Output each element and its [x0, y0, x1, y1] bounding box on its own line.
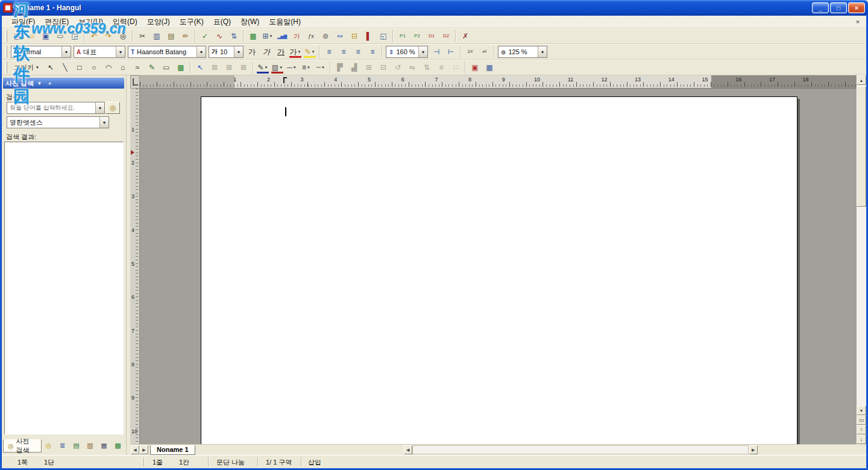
search-results-list[interactable] [4, 142, 124, 434]
minimize-button[interactable]: _ [812, 2, 829, 13]
next-page-button[interactable]: ↓ [857, 434, 866, 444]
paste-icon[interactable]: ▤ [165, 30, 178, 43]
insert-table-icon[interactable]: ⊞▼ [261, 30, 274, 43]
picture-tool-icon[interactable]: ▩ [174, 61, 187, 74]
panel-splitter[interactable] [127, 75, 130, 455]
line-width-icon[interactable]: ≡▼ [300, 61, 313, 74]
select-tool-icon[interactable]: ↖ [44, 61, 57, 74]
dash-style-icon[interactable]: ┄▼ [314, 61, 327, 74]
toolbar-grip[interactable] [5, 61, 7, 74]
object-select-icon[interactable]: ↖ [193, 61, 207, 74]
menu-help[interactable]: 도움말(H) [264, 16, 306, 28]
tab-scroll-next-button[interactable]: ▶ [140, 445, 148, 454]
maximize-button[interactable]: □ [830, 2, 847, 13]
char-overlap-icon[interactable]: ⊚ [319, 30, 332, 43]
text-box-tool-icon[interactable]: ▭ [160, 61, 173, 74]
document-canvas[interactable] [140, 89, 857, 444]
print-preview-icon[interactable]: ◲ [68, 30, 81, 43]
save-icon[interactable]: ▣ [39, 30, 52, 43]
curve-tool-icon[interactable]: ≈ [131, 61, 144, 74]
char-style-combo[interactable]: A 대표 ▼ [74, 46, 125, 58]
paragraph-style-combo[interactable]: ≡ Normal ▼ [11, 46, 71, 58]
quick-correct-icon[interactable]: ∿ [213, 30, 226, 43]
bookmark-icon[interactable]: ▌ [362, 30, 376, 43]
align-center-icon[interactable]: ≡ [351, 45, 365, 58]
insert-equation-icon[interactable]: ƒx [304, 30, 318, 43]
index-icon[interactable]: ≣ [56, 439, 69, 452]
status-insert-mode[interactable]: 삽입 [308, 458, 321, 467]
ruler-corner[interactable] [130, 75, 140, 89]
copy-icon[interactable]: ▥ [150, 30, 163, 43]
vertical-scroll-thumb[interactable] [857, 86, 866, 207]
clipboard-icon[interactable]: ▦ [98, 439, 110, 452]
quick-search-icon[interactable]: ◎ [42, 439, 55, 452]
pen-color-icon[interactable]: ✎▼ [256, 61, 269, 74]
drawing-menu-button[interactable]: 그리기 ▼ [10, 61, 43, 74]
previous-page-button[interactable]: ↑ [857, 425, 866, 434]
fill-color-icon[interactable]: ▨▼ [271, 61, 284, 74]
dropdown-arrow-icon[interactable]: ▼ [418, 46, 427, 57]
correction-mark-icon[interactable]: ✗ [459, 30, 472, 43]
page-number-first-icon[interactable]: P1 [396, 30, 409, 43]
page-number-second-icon[interactable]: P2 [410, 30, 424, 43]
align-left-icon[interactable]: ≡ [337, 45, 350, 58]
dropdown-arrow-icon[interactable]: ▼ [538, 46, 547, 57]
scroll-up-button[interactable]: ▲ [857, 75, 866, 85]
line-style-icon[interactable]: ─▼ [285, 61, 298, 74]
font-size-combo[interactable]: 가 10 ▼ [209, 46, 244, 58]
menu-view[interactable]: 보기(U) [74, 16, 108, 28]
polygon-tool-icon[interactable]: ⌂ [116, 61, 130, 74]
document-page[interactable] [201, 96, 797, 444]
endnote-icon[interactable]: D2 [439, 30, 453, 43]
print-icon[interactable]: ▭ [54, 30, 67, 43]
font-combo[interactable]: T Haansoft Batang ▼ [128, 46, 206, 58]
horizontal-scroll-track[interactable] [412, 445, 749, 454]
object-gallery-icon[interactable]: ▣ [468, 61, 482, 74]
menu-edit[interactable]: 편집(E) [40, 16, 74, 28]
panel-close-icon[interactable]: × [45, 80, 54, 87]
menu-window[interactable]: 창(W) [236, 16, 264, 28]
cut-icon[interactable]: ✂ [136, 30, 149, 43]
scroll-down-button[interactable]: ▼ [857, 406, 866, 415]
redo-icon[interactable]: ↷ [102, 30, 115, 43]
menu-table[interactable]: 표(Q) [209, 16, 236, 28]
tab-marker[interactable] [283, 77, 287, 83]
memo-icon[interactable]: ▥ [84, 439, 96, 452]
tab-scroll-first-button[interactable]: ◀ [131, 445, 139, 454]
dropdown-arrow-icon[interactable]: ▼ [197, 46, 206, 57]
menu-input[interactable]: 입력(D) [108, 16, 142, 28]
dropdown-arrow-icon[interactable]: ▼ [61, 46, 71, 57]
search-input[interactable]: 찾을 단어를 입력하세요. ▼ [7, 102, 105, 114]
view-option-button[interactable]: ▭ [857, 415, 866, 425]
menu-tools[interactable]: 도구(K) [175, 16, 209, 28]
toolbar-grip[interactable] [5, 30, 7, 42]
panel-header[interactable]: 사전 검색 ▼ × [3, 78, 124, 89]
close-button[interactable]: × [848, 2, 865, 13]
dropdown-arrow-icon[interactable]: ▼ [234, 46, 243, 57]
pen-tool-icon[interactable]: ✎ [145, 61, 159, 74]
toolbar-grip[interactable] [5, 46, 7, 58]
vertical-ruler[interactable]: 12345678910 [130, 89, 140, 444]
margin-marker[interactable] [131, 150, 134, 155]
italic-icon[interactable]: 가 [260, 45, 273, 58]
insert-chart-icon[interactable]: ▂▅▇ [275, 30, 289, 43]
font-color-icon[interactable]: 가▼ [289, 45, 302, 58]
hyperlink-icon[interactable]: ∾ [333, 30, 347, 43]
open-icon[interactable]: ▱ [25, 30, 38, 43]
bullet-list-icon[interactable]: •≡ [478, 45, 491, 58]
document-close-icon[interactable]: × [853, 18, 863, 25]
scroll-right-button[interactable]: ▶ [749, 445, 758, 454]
browse-icon[interactable]: ◱ [377, 30, 390, 43]
insert-wordart-icon[interactable]: 가 [290, 30, 303, 43]
title-bar[interactable]: Noname 1 - Hangul _ □ × [0, 0, 868, 16]
insert-date-icon[interactable]: ⊟ [348, 30, 361, 43]
copy-format-icon[interactable]: ✏ [179, 30, 192, 43]
indent-increase-icon[interactable]: ⊢ [444, 45, 458, 58]
line-spacing-combo[interactable]: ⇕ 160 % ▼ [386, 46, 428, 58]
gallery-icon[interactable]: ▩ [112, 439, 124, 452]
footnote-icon[interactable]: D1 [425, 30, 438, 43]
tab-dictionary-search[interactable]: ◎ 사전 검색 [3, 439, 42, 453]
numbered-list-icon[interactable]: 1≡ [464, 45, 477, 58]
horizontal-ruler[interactable]: 123456789101112131415161718 [140, 75, 857, 89]
zoom-combo[interactable]: ⊙ 125 % ▼ [498, 46, 547, 58]
